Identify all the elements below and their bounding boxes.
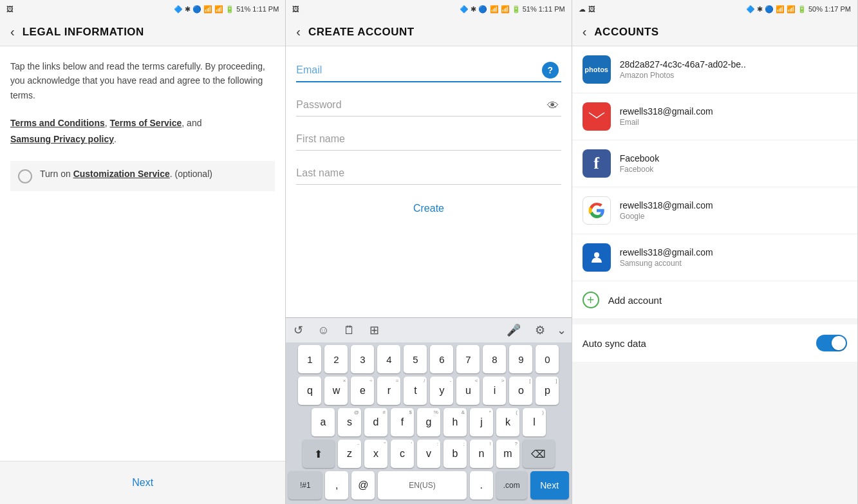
last-name-input[interactable] (296, 162, 561, 185)
kb-key-o[interactable]: o[ (509, 377, 532, 405)
kb-key-h[interactable]: h& (443, 408, 467, 436)
toggle-knob (832, 336, 846, 350)
back-button-2[interactable]: ‹ (296, 24, 301, 39)
kb-key-m[interactable]: m? (496, 440, 519, 468)
kb-space-key[interactable]: EN(US) (378, 471, 466, 499)
auto-sync-toggle[interactable] (816, 335, 847, 351)
email-input[interactable] (296, 59, 561, 82)
account-item-google[interactable]: rewells318@gmail.com Google (572, 187, 857, 234)
kb-emoji-icon[interactable]: ☺ (315, 322, 331, 339)
terms-conditions-link[interactable]: Terms and Conditions (10, 118, 105, 128)
status-left-3: ☁ 🖼 (579, 5, 595, 14)
account-item-email[interactable]: rewells318@gmail.com Email (572, 93, 857, 140)
kb-key-d[interactable]: d# (364, 408, 387, 436)
email-group: ? (296, 59, 561, 82)
kb-key-j[interactable]: j* (470, 408, 493, 436)
kb-gif-icon[interactable]: ⊞ (367, 322, 382, 339)
kb-key-3[interactable]: 3 (351, 345, 374, 373)
time-1: 1:11 PM (252, 5, 279, 13)
kb-key-n[interactable]: n! (470, 440, 493, 468)
customization-radio[interactable] (18, 169, 32, 183)
kb-key-a[interactable]: a (312, 408, 335, 436)
kb-key-b[interactable]: b; (443, 440, 467, 468)
kb-key-8[interactable]: 8 (483, 345, 506, 373)
kb-key-l[interactable]: l) (523, 408, 546, 436)
amazon-account-name: 28d2a827-4c3c-46a7-ad02-be.. (620, 59, 847, 70)
kb-key-y[interactable]: y- (430, 377, 453, 405)
account-item-facebook[interactable]: f Facebook Facebook (572, 140, 857, 187)
password-input[interactable] (296, 94, 561, 117)
accounts-panel: ☁ 🖼 🔷 ✱ 🔵 📶 📶 🔋 50% 1:17 PM ‹ ACCOUNTS p… (572, 0, 858, 504)
visibility-icon[interactable]: 👁 (547, 99, 559, 113)
kb-chevron-icon[interactable]: ⌄ (557, 323, 566, 337)
amazon-avatar: photos (583, 55, 611, 84)
privacy-policy-link[interactable]: Samsung Privacy policy (10, 134, 114, 144)
add-account-item[interactable]: + Add account (572, 281, 857, 319)
kb-com-key[interactable]: .com (496, 471, 527, 499)
kb-special-key[interactable]: !#1 (288, 471, 322, 499)
privacy-period: . (114, 134, 117, 144)
customization-row: Turn on Customization Service. (optional… (10, 161, 275, 191)
kb-settings-icon[interactable]: ⚙ (532, 322, 548, 339)
create-button[interactable]: Create (296, 196, 561, 221)
customization-suffix: . (optional) (170, 169, 212, 179)
kb-delete-key[interactable]: ⌫ (523, 440, 555, 468)
customization-link[interactable]: Customization Service (73, 169, 170, 179)
cloud-icon: ☁ (579, 5, 586, 14)
account-item-amazon[interactable]: photos 28d2a827-4c3c-46a7-ad02-be.. Amaz… (572, 46, 857, 93)
kb-key-k[interactable]: k( (496, 408, 519, 436)
kb-key-r[interactable]: r= (377, 377, 400, 405)
kb-a-row: a s@ d# f$ g% h& j* k( l) (288, 408, 568, 436)
kb-key-c[interactable]: c' (391, 440, 414, 468)
back-button-3[interactable]: ‹ (583, 24, 587, 39)
first-name-input[interactable] (296, 128, 561, 151)
email-account-type: Email (620, 118, 847, 127)
kb-key-i[interactable]: i> (483, 377, 506, 405)
kb-key-1[interactable]: 1 (298, 345, 321, 373)
back-button-1[interactable]: ‹ (10, 24, 15, 39)
kb-key-v[interactable]: v: (417, 440, 440, 468)
kb-mic-icon[interactable]: 🎤 (504, 322, 523, 339)
kb-key-5[interactable]: 5 (404, 345, 427, 373)
kb-key-t[interactable]: t/ (404, 377, 427, 405)
kb-key-4[interactable]: 4 (377, 345, 400, 373)
kb-period-key[interactable]: . (470, 471, 493, 499)
kb-at-key[interactable]: @ (351, 471, 375, 499)
kb-key-s[interactable]: s@ (338, 408, 361, 436)
next-button[interactable]: Next (119, 472, 166, 494)
kb-key-w[interactable]: w× (324, 377, 348, 405)
account-item-samsung[interactable]: rewells318@gmail.com Samsung account (572, 234, 857, 281)
google-account-type: Google (620, 212, 847, 221)
kb-key-e[interactable]: e÷ (351, 377, 374, 405)
battery-2: 51% (523, 5, 537, 13)
terms-service-link[interactable]: Terms of Service (110, 118, 182, 128)
kb-key-7[interactable]: 7 (456, 345, 480, 373)
kb-key-2[interactable]: 2 (324, 345, 348, 373)
kb-key-q[interactable]: q (298, 377, 321, 405)
customization-prefix: Turn on (40, 169, 73, 179)
kb-key-z[interactable]: z- (338, 440, 361, 468)
help-icon[interactable]: ? (542, 62, 559, 79)
kb-key-0[interactable]: 0 (536, 345, 559, 373)
kb-key-x[interactable]: x" (364, 440, 387, 468)
create-account-header: ‹ CREATE ACCOUNT (286, 18, 571, 46)
kb-key-u[interactable]: u< (456, 377, 480, 405)
kb-key-f[interactable]: f$ (391, 408, 414, 436)
photo-icon-2: 🖼 (292, 5, 299, 13)
kb-key-p[interactable]: p] (536, 377, 559, 405)
facebook-account-name: Facebook (620, 153, 847, 163)
icons-3: 🔷 ✱ 🔵 📶 📶 🔋 (746, 5, 807, 14)
kb-sticker-icon[interactable]: 🗒 (341, 322, 358, 339)
legal-footer: Next (0, 461, 285, 504)
kb-key-g[interactable]: g% (417, 408, 440, 436)
kb-key-6[interactable]: 6 (430, 345, 453, 373)
auto-sync-label: Auto sync data (583, 338, 816, 349)
legal-body: Tap the links below and read the terms c… (10, 59, 275, 102)
kb-shift-key[interactable]: ⬆ (303, 440, 335, 468)
amazon-info: 28d2a827-4c3c-46a7-ad02-be.. Amazon Phot… (620, 59, 847, 80)
kb-next-key[interactable]: Next (530, 471, 569, 499)
kb-comma-key[interactable]: , (325, 471, 348, 499)
kb-key-9[interactable]: 9 (509, 345, 532, 373)
kb-translate-icon[interactable]: ↺ (291, 322, 306, 339)
google-icon (588, 201, 606, 219)
